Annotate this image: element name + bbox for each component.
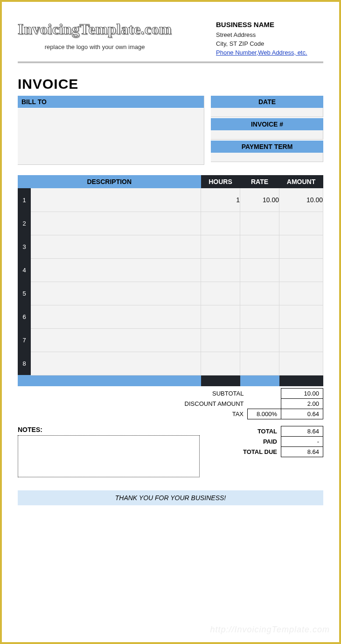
table-row: 5 — [18, 282, 323, 305]
subtotals: SUBTOTAL 10.00 DISCOUNT AMOUNT 2.00 TAX … — [18, 388, 323, 419]
cell-amount[interactable] — [279, 328, 323, 352]
watermark: http://InvoicingTemplate.com — [210, 625, 330, 635]
invoice-number-value[interactable] — [211, 130, 323, 140]
table-row: 6 — [18, 305, 323, 328]
cell-rate[interactable] — [240, 212, 279, 235]
footer-dark — [201, 375, 240, 386]
total-due-label: TOTAL DUE — [225, 447, 281, 457]
cell-amount[interactable] — [279, 352, 323, 375]
subtotal-label: SUBTOTAL — [181, 389, 248, 399]
meta-box: DATE INVOICE # PAYMENT TERM — [211, 96, 323, 163]
table-row: 2 — [18, 212, 323, 235]
cell-rate[interactable] — [240, 305, 279, 328]
row-number: 1 — [18, 188, 31, 212]
invoice-title: INVOICE — [18, 76, 323, 92]
discount-label: DISCOUNT AMOUNT — [181, 399, 248, 409]
paid-label: PAID — [225, 437, 281, 447]
cell-description[interactable] — [31, 305, 201, 328]
logo-area: InvoicingTemplate.com replace the logo w… — [18, 21, 172, 50]
cell-hours[interactable] — [201, 282, 240, 305]
cell-amount[interactable] — [279, 282, 323, 305]
cell-rate[interactable] — [240, 258, 279, 282]
row-number: 8 — [18, 352, 31, 375]
tax-value: 0.64 — [281, 409, 323, 419]
table-row: 7 — [18, 328, 323, 352]
discount-value: 2.00 — [281, 399, 323, 409]
cell-description[interactable] — [31, 212, 201, 235]
total-label: TOTAL — [225, 426, 281, 437]
footer-dark — [279, 375, 323, 386]
cell-description[interactable] — [31, 258, 201, 282]
cell-amount[interactable] — [279, 258, 323, 282]
total-value: 8.64 — [281, 426, 323, 437]
payment-term-value[interactable] — [211, 153, 323, 162]
cell-hours[interactable] — [201, 328, 240, 352]
cell-hours[interactable]: 1 — [201, 188, 240, 212]
cell-amount[interactable] — [279, 212, 323, 235]
cell-amount[interactable] — [279, 305, 323, 328]
cell-rate[interactable]: 10.00 — [240, 188, 279, 212]
business-contact-link[interactable]: Phone Number,Web Address, etc. — [216, 49, 307, 56]
header: InvoicingTemplate.com replace the logo w… — [18, 21, 323, 56]
row-number: 7 — [18, 328, 31, 352]
cell-rate[interactable] — [240, 352, 279, 375]
row-number: 4 — [18, 258, 31, 282]
footer-blue — [18, 375, 201, 386]
table-row: 8 — [18, 352, 323, 375]
cell-hours[interactable] — [201, 305, 240, 328]
cell-hours[interactable] — [201, 235, 240, 258]
cell-description[interactable] — [31, 235, 201, 258]
date-value[interactable] — [211, 108, 323, 117]
business-block: BUSINESS NAME Street Address City, ST ZI… — [216, 21, 323, 56]
cell-hours[interactable] — [201, 258, 240, 282]
col-description: DESCRIPTION — [18, 175, 201, 188]
thank-you-banner: THANK YOU FOR YOUR BUSINESS! — [18, 490, 323, 505]
totals: TOTAL 8.64 PAID - TOTAL DUE 8.64 — [225, 426, 324, 457]
total-due-value: 8.64 — [281, 447, 323, 457]
col-rate: RATE — [240, 175, 279, 188]
cell-rate[interactable] — [240, 328, 279, 352]
cell-rate[interactable] — [240, 235, 279, 258]
cell-hours[interactable] — [201, 352, 240, 375]
business-city: City, ST ZIP Code — [216, 40, 323, 47]
col-amount: AMOUNT — [279, 175, 323, 188]
row-number: 3 — [18, 235, 31, 258]
business-street: Street Address — [216, 31, 323, 38]
table-row: 1110.0010.00 — [18, 188, 323, 212]
notes-box[interactable] — [18, 435, 200, 477]
payment-term-label: PAYMENT TERM — [211, 141, 323, 153]
row-number: 2 — [18, 212, 31, 235]
row-number: 6 — [18, 305, 31, 328]
bill-to-body[interactable] — [18, 108, 204, 164]
table-row: 3 — [18, 235, 323, 258]
cell-description[interactable] — [31, 328, 201, 352]
bill-to-label: BILL TO — [18, 96, 204, 108]
cell-description[interactable] — [31, 352, 201, 375]
items-table: DESCRIPTION HOURS RATE AMOUNT 1110.0010.… — [18, 175, 323, 386]
bill-to-box: BILL TO — [18, 96, 204, 165]
date-label: DATE — [211, 96, 323, 108]
footer-blue — [240, 375, 279, 386]
row-number: 5 — [18, 282, 31, 305]
subtotal-value: 10.00 — [281, 389, 323, 399]
paid-value: - — [281, 437, 323, 447]
business-name: BUSINESS NAME — [216, 21, 323, 28]
col-hours: HOURS — [201, 175, 240, 188]
logo-caption: replace the logo with your own image — [18, 43, 172, 50]
table-row: 4 — [18, 258, 323, 282]
tax-label: TAX — [181, 409, 248, 419]
cell-amount[interactable]: 10.00 — [279, 188, 323, 212]
cell-description[interactable] — [31, 188, 201, 212]
cell-rate[interactable] — [240, 282, 279, 305]
tax-percent: 8.000% — [248, 409, 281, 419]
cell-description[interactable] — [31, 282, 201, 305]
cell-hours[interactable] — [201, 212, 240, 235]
notes-label: NOTES: — [18, 426, 200, 433]
divider — [18, 62, 323, 63]
invoice-number-label: INVOICE # — [211, 118, 323, 130]
cell-amount[interactable] — [279, 235, 323, 258]
logo-text: InvoicingTemplate.com — [18, 21, 172, 38]
